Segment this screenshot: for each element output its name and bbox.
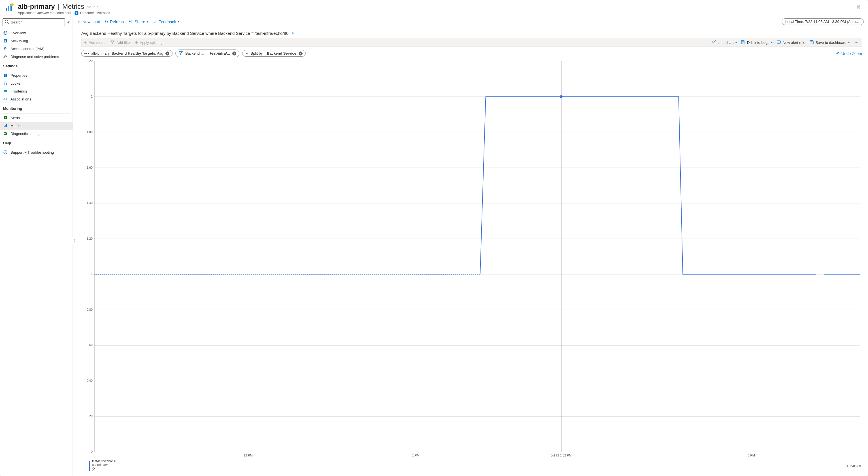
sidebar-item-alerts[interactable]: Alerts <box>0 114 72 122</box>
legend: test-infra/echo/80 alb-primary 2 UTC-05:… <box>81 458 862 473</box>
sidebar-item-label: Support + Troubleshooting <box>10 150 54 155</box>
chart-type-label: Line chart <box>718 40 734 45</box>
refresh-button[interactable]: ↻ Refresh <box>105 20 124 24</box>
sidebar-item-metrics[interactable]: Metrics <box>0 122 72 130</box>
svg-text:1.80: 1.80 <box>87 130 93 134</box>
svg-text:3 PM: 3 PM <box>748 454 755 457</box>
close-blade-icon[interactable]: ✕ <box>854 3 863 11</box>
resource-name: alb-primary <box>18 3 55 10</box>
plus-icon: ＋ <box>77 19 81 24</box>
legend-series-name: test-infra/echo/80 <box>92 459 116 463</box>
sidebar-item-diagnose-and-solve-problems[interactable]: Diagnose and solve problems <box>0 53 72 61</box>
remove-pill-icon[interactable]: ✕ <box>299 52 303 56</box>
search-icon <box>4 20 9 25</box>
apply-splitting-label: Apply splitting <box>140 40 162 45</box>
svg-rect-12 <box>4 41 6 42</box>
sidebar-item-diagnostic-settings[interactable]: Diagnostic settings <box>0 130 72 138</box>
svg-text:0.40: 0.40 <box>87 379 93 382</box>
metrics-icon <box>3 124 8 128</box>
remove-pill-icon[interactable]: ✕ <box>232 52 236 56</box>
sidebar-item-overview[interactable]: Overview <box>0 29 72 37</box>
save-dashboard-label: Save to dashboard <box>815 40 846 45</box>
sidebar-search[interactable] <box>3 19 65 26</box>
sidebar-section-label: Settings <box>0 61 72 70</box>
assoc-icon: <·> <box>3 97 8 101</box>
add-filter-button[interactable]: Add filter <box>110 40 131 45</box>
feedback-label: Feedback <box>159 20 176 24</box>
svg-point-64 <box>560 95 563 98</box>
save-dashboard-button[interactable]: Save to dashboard ▾ <box>809 40 849 45</box>
svg-rect-1 <box>8 6 9 11</box>
svg-rect-18 <box>4 83 6 85</box>
metric-resource: alb-primary, <box>91 51 111 56</box>
split-pill[interactable]: ✦ Split by = Backend Service ✕ <box>242 50 306 57</box>
sidebar-item-label: Metrics <box>10 124 22 128</box>
drill-logs-button[interactable]: Drill into Logs ▾ <box>741 40 773 45</box>
chart-more-icon[interactable]: ⋯ <box>854 40 860 45</box>
refresh-icon: ↻ <box>105 20 108 24</box>
time-range-picker[interactable]: Local Time: 7/22 11:05 AM - 3:39 PM (Aut… <box>782 19 864 25</box>
metric-name: Backend Healthy Targets, <box>111 51 156 56</box>
new-chart-button[interactable]: ＋ New chart <box>77 19 100 24</box>
svg-line-5 <box>8 23 9 24</box>
refresh-label: Refresh <box>110 20 124 24</box>
sidebar-item-label: Diagnose and solve problems <box>10 55 59 59</box>
svg-rect-23 <box>4 126 4 127</box>
header-more-icon[interactable]: ⋯ <box>94 4 98 9</box>
share-button[interactable]: Share ▾ <box>128 19 148 24</box>
sidebar-item-support-troubleshooting[interactable]: ?Support + Troubleshooting <box>0 148 72 156</box>
undo-zoom-button[interactable]: ↶ Undo Zoom <box>836 51 862 56</box>
drill-logs-label: Drill into Logs <box>747 40 769 45</box>
edit-title-icon[interactable]: ✎ <box>291 31 295 36</box>
svg-point-14 <box>6 48 7 49</box>
resource-type-icon <box>5 3 14 12</box>
svg-rect-20 <box>4 90 7 91</box>
favorite-star-icon[interactable]: ☆ <box>87 4 91 9</box>
add-metric-icon: ✦ <box>84 40 87 45</box>
sidebar-expand-chevron-icon[interactable]: 〈 <box>71 237 76 244</box>
globe-icon <box>3 31 8 35</box>
undo-icon: ↶ <box>836 51 840 56</box>
remove-pill-icon[interactable]: ✕ <box>165 52 169 56</box>
sidebar-item-activity-log[interactable]: Activity log <box>0 37 72 45</box>
sidebar-item-properties[interactable]: Properties <box>0 71 72 79</box>
sidebar-collapse-icon[interactable]: ≪ <box>67 21 70 24</box>
svg-rect-17 <box>6 74 7 77</box>
directory-label: Directory: <box>80 11 95 15</box>
metric-pill[interactable]: alb-primary, Backend Healthy Targets, Av… <box>81 50 173 57</box>
apply-splitting-button[interactable]: ⁜ Apply splitting <box>135 40 162 45</box>
title-separator: | <box>58 3 60 10</box>
filter-eq: = <box>206 51 208 56</box>
filter-pill[interactable]: Backend ... = test-infra/... ✕ <box>175 49 239 57</box>
chart-type-dropdown[interactable]: Line chart ▾ <box>711 40 737 45</box>
sidebar-item-access-control-iam-[interactable]: Access control (IAM) <box>0 45 72 53</box>
sidebar-item-label: Frontends <box>10 89 27 93</box>
feedback-button[interactable]: ☺ Feedback ▾ <box>153 20 179 24</box>
diag-icon <box>3 131 8 136</box>
add-metric-button[interactable]: ✦ Add metric <box>84 40 106 45</box>
lock-icon <box>3 81 8 86</box>
filter-value: test-infra/... <box>210 51 230 56</box>
share-icon <box>128 19 133 24</box>
directory-value: Microsoft <box>96 11 110 15</box>
svg-text:0: 0 <box>91 450 93 453</box>
sidebar-item-locks[interactable]: Locks <box>0 79 72 87</box>
chevron-down-icon: ▾ <box>771 41 773 44</box>
info-icon: i <box>74 11 79 15</box>
page-title: Metrics <box>62 3 84 10</box>
svg-text:1.20: 1.20 <box>87 237 93 240</box>
svg-text:2.20: 2.20 <box>87 60 93 63</box>
svg-text:?: ? <box>5 151 6 154</box>
props-icon <box>3 73 8 77</box>
new-alert-button[interactable]: New alert rule <box>776 40 805 45</box>
sidebar-item-frontends[interactable]: Frontends <box>0 87 72 95</box>
sidebar-search-input[interactable] <box>11 20 63 24</box>
new-alert-label: New alert rule <box>783 40 805 45</box>
sidebar-item-associations[interactable]: <·>Associations <box>0 95 72 103</box>
undo-zoom-label: Undo Zoom <box>841 51 862 56</box>
svg-rect-10 <box>4 40 6 40</box>
filter-icon <box>179 50 183 56</box>
add-metric-label: Add metric <box>89 40 106 45</box>
svg-point-13 <box>4 47 6 49</box>
chart-area[interactable]: 00.200.400.600.8011.201.401.601.8022.201… <box>81 60 862 458</box>
